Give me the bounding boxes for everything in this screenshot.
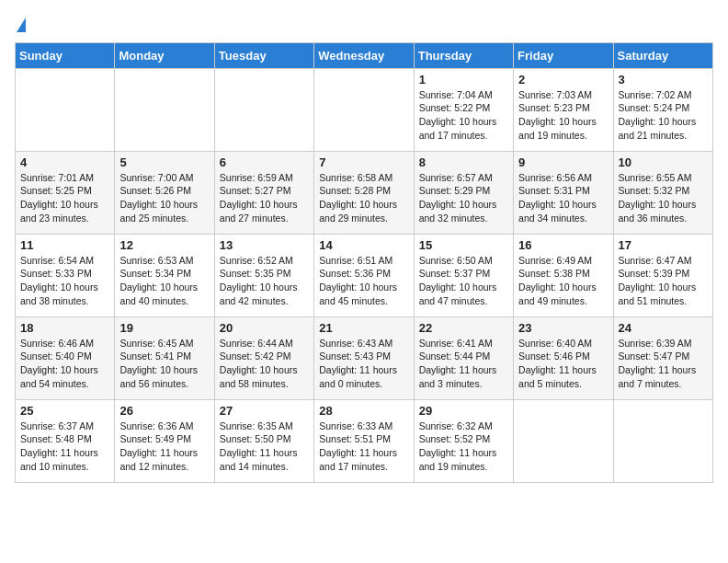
day-cell-24: 24Sunrise: 6:39 AM Sunset: 5:47 PM Dayli… xyxy=(613,316,712,399)
day-info: Sunrise: 6:35 AM Sunset: 5:50 PM Dayligh… xyxy=(220,419,309,474)
day-cell-3: 3Sunrise: 7:02 AM Sunset: 5:24 PM Daylig… xyxy=(613,68,712,151)
logo-general xyxy=(15,15,26,33)
day-number: 21 xyxy=(319,321,408,335)
day-info: Sunrise: 6:46 AM Sunset: 5:40 PM Dayligh… xyxy=(20,337,109,391)
empty-cell xyxy=(514,399,613,482)
day-info: Sunrise: 7:03 AM Sunset: 5:23 PM Dayligh… xyxy=(518,88,608,143)
day-cell-16: 16Sunrise: 6:49 AM Sunset: 5:38 PM Dayli… xyxy=(514,234,613,316)
day-number: 28 xyxy=(319,404,408,418)
day-number: 12 xyxy=(119,238,209,252)
weekday-header-monday: Monday xyxy=(115,42,214,68)
day-info: Sunrise: 7:00 AM Sunset: 5:26 PM Dayligh… xyxy=(119,171,209,225)
day-cell-6: 6Sunrise: 6:59 AM Sunset: 5:27 PM Daylig… xyxy=(214,151,313,234)
weekday-header-saturday: Saturday xyxy=(613,42,712,68)
day-cell-17: 17Sunrise: 6:47 AM Sunset: 5:39 PM Dayli… xyxy=(613,234,712,316)
day-info: Sunrise: 6:59 AM Sunset: 5:27 PM Dayligh… xyxy=(220,171,309,225)
day-cell-21: 21Sunrise: 6:43 AM Sunset: 5:43 PM Dayli… xyxy=(314,316,414,399)
day-cell-11: 11Sunrise: 6:54 AM Sunset: 5:33 PM Dayli… xyxy=(16,234,115,316)
page-header xyxy=(15,15,713,33)
day-number: 20 xyxy=(220,321,309,335)
day-cell-20: 20Sunrise: 6:44 AM Sunset: 5:42 PM Dayli… xyxy=(214,316,313,399)
day-info: Sunrise: 6:55 AM Sunset: 5:32 PM Dayligh… xyxy=(619,171,708,225)
empty-cell xyxy=(613,399,712,482)
day-cell-15: 15Sunrise: 6:50 AM Sunset: 5:37 PM Dayli… xyxy=(414,234,513,316)
day-cell-9: 9Sunrise: 6:56 AM Sunset: 5:31 PM Daylig… xyxy=(514,151,613,234)
day-number: 6 xyxy=(220,155,309,169)
day-info: Sunrise: 6:36 AM Sunset: 5:49 PM Dayligh… xyxy=(119,419,209,474)
weekday-header-thursday: Thursday xyxy=(414,42,513,68)
day-cell-28: 28Sunrise: 6:33 AM Sunset: 5:51 PM Dayli… xyxy=(314,399,414,482)
day-cell-26: 26Sunrise: 6:36 AM Sunset: 5:49 PM Dayli… xyxy=(115,399,214,482)
day-info: Sunrise: 6:50 AM Sunset: 5:37 PM Dayligh… xyxy=(419,254,508,308)
day-number: 14 xyxy=(319,238,408,252)
empty-cell xyxy=(314,68,414,151)
day-info: Sunrise: 6:52 AM Sunset: 5:35 PM Dayligh… xyxy=(220,254,309,308)
day-info: Sunrise: 6:47 AM Sunset: 5:39 PM Dayligh… xyxy=(619,254,708,308)
day-info: Sunrise: 6:39 AM Sunset: 5:47 PM Dayligh… xyxy=(619,337,708,391)
day-info: Sunrise: 6:37 AM Sunset: 5:48 PM Dayligh… xyxy=(20,419,109,474)
day-info: Sunrise: 7:02 AM Sunset: 5:24 PM Dayligh… xyxy=(619,88,708,143)
day-number: 22 xyxy=(419,321,508,335)
day-info: Sunrise: 6:43 AM Sunset: 5:43 PM Dayligh… xyxy=(319,337,408,391)
day-cell-14: 14Sunrise: 6:51 AM Sunset: 5:36 PM Dayli… xyxy=(314,234,414,316)
day-number: 29 xyxy=(419,404,508,418)
day-info: Sunrise: 6:41 AM Sunset: 5:44 PM Dayligh… xyxy=(419,337,508,391)
day-number: 3 xyxy=(619,73,708,86)
day-info: Sunrise: 6:57 AM Sunset: 5:29 PM Dayligh… xyxy=(419,171,508,225)
day-cell-12: 12Sunrise: 6:53 AM Sunset: 5:34 PM Dayli… xyxy=(115,234,214,316)
day-number: 2 xyxy=(518,73,608,86)
calendar-table: SundayMondayTuesdayWednesdayThursdayFrid… xyxy=(15,42,713,483)
day-cell-7: 7Sunrise: 6:58 AM Sunset: 5:28 PM Daylig… xyxy=(314,151,414,234)
day-number: 24 xyxy=(619,321,708,335)
day-number: 26 xyxy=(119,404,209,418)
day-cell-18: 18Sunrise: 6:46 AM Sunset: 5:40 PM Dayli… xyxy=(16,316,115,399)
day-number: 8 xyxy=(419,155,508,169)
day-cell-1: 1Sunrise: 7:04 AM Sunset: 5:22 PM Daylig… xyxy=(414,68,513,151)
day-number: 7 xyxy=(319,155,408,169)
day-number: 17 xyxy=(619,238,708,252)
day-cell-8: 8Sunrise: 6:57 AM Sunset: 5:29 PM Daylig… xyxy=(414,151,513,234)
day-info: Sunrise: 6:45 AM Sunset: 5:41 PM Dayligh… xyxy=(119,337,209,391)
day-number: 13 xyxy=(220,238,309,252)
day-info: Sunrise: 6:56 AM Sunset: 5:31 PM Dayligh… xyxy=(518,171,608,225)
day-cell-23: 23Sunrise: 6:40 AM Sunset: 5:46 PM Dayli… xyxy=(514,316,613,399)
day-number: 19 xyxy=(119,321,209,335)
day-number: 10 xyxy=(619,155,708,169)
day-cell-27: 27Sunrise: 6:35 AM Sunset: 5:50 PM Dayli… xyxy=(214,399,313,482)
day-number: 25 xyxy=(20,404,109,418)
weekday-header-tuesday: Tuesday xyxy=(214,42,313,68)
weekday-header-sunday: Sunday xyxy=(16,42,115,68)
day-cell-13: 13Sunrise: 6:52 AM Sunset: 5:35 PM Dayli… xyxy=(214,234,313,316)
day-number: 1 xyxy=(419,73,508,86)
weekday-header-wednesday: Wednesday xyxy=(314,42,414,68)
day-info: Sunrise: 6:51 AM Sunset: 5:36 PM Dayligh… xyxy=(319,254,408,308)
day-info: Sunrise: 6:40 AM Sunset: 5:46 PM Dayligh… xyxy=(518,337,608,391)
day-info: Sunrise: 6:33 AM Sunset: 5:51 PM Dayligh… xyxy=(319,419,408,474)
empty-cell xyxy=(115,68,214,151)
day-info: Sunrise: 6:32 AM Sunset: 5:52 PM Dayligh… xyxy=(419,419,508,474)
day-number: 15 xyxy=(419,238,508,252)
weekday-header-friday: Friday xyxy=(514,42,613,68)
day-cell-2: 2Sunrise: 7:03 AM Sunset: 5:23 PM Daylig… xyxy=(514,68,613,151)
day-info: Sunrise: 6:49 AM Sunset: 5:38 PM Dayligh… xyxy=(518,254,608,308)
day-number: 11 xyxy=(20,238,109,252)
day-info: Sunrise: 6:58 AM Sunset: 5:28 PM Dayligh… xyxy=(319,171,408,225)
empty-cell xyxy=(16,68,115,151)
day-number: 18 xyxy=(20,321,109,335)
day-cell-4: 4Sunrise: 7:01 AM Sunset: 5:25 PM Daylig… xyxy=(16,151,115,234)
day-info: Sunrise: 7:01 AM Sunset: 5:25 PM Dayligh… xyxy=(20,171,109,225)
day-number: 9 xyxy=(518,155,608,169)
day-cell-19: 19Sunrise: 6:45 AM Sunset: 5:41 PM Dayli… xyxy=(115,316,214,399)
day-cell-5: 5Sunrise: 7:00 AM Sunset: 5:26 PM Daylig… xyxy=(115,151,214,234)
day-cell-22: 22Sunrise: 6:41 AM Sunset: 5:44 PM Dayli… xyxy=(414,316,513,399)
day-info: Sunrise: 6:44 AM Sunset: 5:42 PM Dayligh… xyxy=(220,337,309,391)
logo xyxy=(15,15,26,33)
day-info: Sunrise: 6:53 AM Sunset: 5:34 PM Dayligh… xyxy=(119,254,209,308)
day-number: 4 xyxy=(20,155,109,169)
day-cell-10: 10Sunrise: 6:55 AM Sunset: 5:32 PM Dayli… xyxy=(613,151,712,234)
day-number: 5 xyxy=(119,155,209,169)
day-info: Sunrise: 6:54 AM Sunset: 5:33 PM Dayligh… xyxy=(20,254,109,308)
day-cell-29: 29Sunrise: 6:32 AM Sunset: 5:52 PM Dayli… xyxy=(414,399,513,482)
day-number: 23 xyxy=(518,321,608,335)
logo-icon-triangle xyxy=(17,17,26,32)
